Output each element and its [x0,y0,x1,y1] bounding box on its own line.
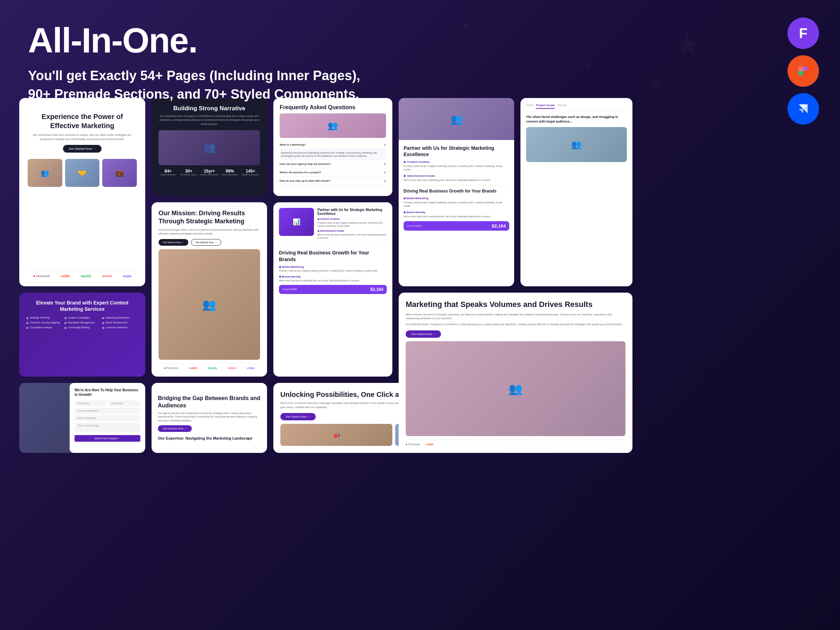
card-partner: 👥 Partner with Us for Strategic Marketin… [399,98,514,286]
faq-item-3[interactable]: What's the process for a project? ∨ [279,168,386,177]
card1-title: Experience the Power of Effective Market… [28,112,137,130]
card8-brand-text: We're more than just a marketing firm: w… [279,279,387,282]
card4-feature-2: ◆ Advertisement Goals We're more than ju… [404,174,509,182]
card8-feature-2-label: ◆ Advertisement Goals [317,230,387,232]
card4-title: Partner with Us for Strategic Marketing … [404,145,509,158]
card8-top: 📊 Partner with Us for Strategic Marketin… [279,208,387,239]
card-project-scope: Client Project Scope Results The client … [521,98,632,286]
logo-stripe: stripe [123,275,132,278]
card10-name-row: First Name Last Name [74,399,141,406]
card13-logo-reddit: reddit [426,443,433,446]
card8-main-title: Driving Real Business Growth for Your Br… [279,249,387,262]
card1-cta-button[interactable]: Get Started Now → [63,145,101,153]
feature-creative-campaigns: Creative Campaigns [65,316,101,319]
feature-customer-retention: Customer Retention [102,326,138,329]
card13-title: Marketing that Speaks Volumes and Drives… [406,300,625,310]
card13-cta-button[interactable]: Get Started Now → [406,330,441,338]
card7-logo-stripe: stripe [247,366,255,369]
card7-btn-2[interactable]: Get Started Now → [191,239,221,246]
framer-icon[interactable] [788,93,819,125]
card7-buttons: Get Started Now → Get Started Now → [159,239,260,246]
card-contact-form: We're Are Here To Help Your Business in … [19,383,145,453]
card13-image: 👥 [406,341,625,436]
feature-reputation: Reputation Management [65,321,101,324]
header: All-In-One. You'll get Exactly 54+ Pages… [28,21,378,104]
card5-tabs: Client Project Scope Results [526,104,627,111]
card10-message[interactable]: Type Your Message [74,422,141,432]
card2-image: 👥 [159,130,260,165]
figma-icon[interactable] [788,55,819,87]
card2-subtitle: Our dedicated team of experts is committ… [159,114,260,126]
card8-divider [279,246,387,247]
card10-email[interactable]: Your Email Address [74,408,141,414]
card8-small-image: 📊 [279,208,314,236]
card4-sub-section: Driving Real Business Growth for Your Br… [404,185,509,231]
mini-card-value: $2,164 [492,223,506,229]
card10-submit-button[interactable]: Submit Your Request → [74,435,141,442]
page-title: All-In-One. [28,21,378,60]
svg-point-2 [803,71,807,76]
card10-firstname[interactable]: First Name [74,400,107,406]
framer-svg [796,102,810,116]
bg-star-3: ✦ [461,17,472,33]
faq-item-4[interactable]: How do you stay up-to-date with trends? … [279,177,386,185]
stat-tactics: 30+ Marketing Tactics [179,169,199,177]
card6-title: Elevate Your Brand with Expert Content M… [26,300,138,312]
card7-btn-1[interactable]: Get Started Now → [159,239,188,246]
tab-results[interactable]: Results [557,104,567,109]
bg-star-2: ✦ [580,56,595,76]
right-icons-panel: F [788,17,819,125]
logo-reddit: reddit [61,275,69,278]
card-elevate-brand: Elevate Your Brand with Expert Content M… [19,293,145,377]
stat-experts: 84+ Expert Members [159,169,178,177]
cards-grid: Experience the Power of Effective Market… [19,98,821,619]
card13-text1: With a mission focused on strategic mark… [406,313,625,321]
card2-title: Building Strong Narrative [159,105,260,112]
card10-lastname[interactable]: Last Name [109,400,141,406]
card8-brand-label: ◆ Brand Identity [279,275,387,278]
card1-subtitle: We understand that each business is uniq… [28,133,137,141]
faq-item-1[interactable]: What is a Marketing? ∨ [279,141,386,149]
card7-logos: ● Pinterest reddit Spotify airbnb stripe [159,363,260,369]
card4-image: 👥 [399,98,514,140]
card5-description: The client faced challenges such as desi… [526,115,627,123]
logo-airbnb: airbnb [102,275,112,278]
card11-text: The agency and the client collaborate to… [158,412,261,423]
card1-img-1: 👥 [28,159,62,187]
card13-logo-pinterest: ● Pinterest [406,443,420,446]
card6-features: Strategic Planning Creative Campaigns Ma… [26,316,138,329]
card1-img-2: 🤝 [65,159,100,187]
card1-img-3: 💼 [102,159,137,187]
card1-images: 👥 🤝 💼 [28,159,137,266]
card4-sub-feature-2: ◆ Brand Identity We're more than just a … [404,211,509,218]
card7-title: Our Mission: Driving Results Through Str… [159,209,260,226]
card10-form-panel: We're Are Here To Help Your Business in … [69,383,145,453]
tab-client[interactable]: Client [526,104,533,109]
card8-media-text: Provide a wide array of digital marketin… [279,269,387,272]
svg-marker-4 [799,109,803,114]
card1-logos: ● Pinterest reddit Spotify airbnb stripe [28,270,137,278]
card2-stats: 84+ Expert Members 30+ Marketing Tactics… [159,169,260,177]
card8-mini-card: Current MRR $2,164 [279,285,387,294]
card-driving-growth: 📊 Partner with Us for Strategic Marketin… [273,202,392,377]
card8-feature-2-text: We're more than just a marketing firm: w… [317,233,387,239]
figma-alt-icon[interactable]: F [788,17,819,49]
card10-select[interactable]: Select (Optional) [74,415,141,421]
card11-cta-button[interactable]: Get Started Now → [158,425,192,432]
tab-project-scope[interactable]: Project Scope [536,104,554,109]
card-faq: Frequently Asked Questions 👥 What is a M… [273,98,392,196]
card8-feature-1-label: ◆ Content Creation [317,218,387,221]
card13-text2: Our dedicated team of experts is committ… [406,322,625,326]
stat-experience: 15yr+ Industry Experience [200,169,219,177]
faq-item-2[interactable]: How can your agency help my business? ∨ [279,160,386,168]
page-subtitle: You'll get Exactly 54+ Pages (Including … [28,66,378,104]
card9-img-1: 📣 [280,424,392,446]
card10-title: We're Are Here To Help Your Business in … [74,388,141,397]
card9-cta-button[interactable]: Get Started Now → [280,413,316,420]
card8-partner-title: Partner with Us for Strategic Marketing … [317,208,387,216]
card7-logo-spotify: Spotify [208,366,217,369]
card-experience-power: Experience the Power of Effective Market… [19,98,145,286]
bg-star-1: ★ [675,28,700,60]
stat-companies: 145+ Global Companies [241,169,260,177]
logo-spotify: Spotify [81,275,92,278]
